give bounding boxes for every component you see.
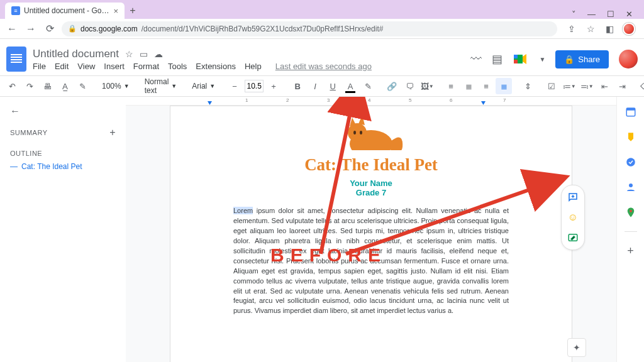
add-comment-button[interactable]: 🗨 [401,78,418,94]
insert-image-button[interactable]: 🖼▼ [419,78,435,94]
get-addons-button[interactable]: + [627,244,634,258]
close-window-icon[interactable]: ✕ [626,9,633,19]
new-tab-button[interactable]: + [125,3,141,19]
document-body-text[interactable]: Lorem ipsum dolor sit amet, consectetur … [233,206,509,316]
back-button[interactable]: ← [5,22,19,36]
svg-point-7 [360,131,362,134]
move-icon[interactable]: ▭ [140,49,148,59]
increase-indent-button[interactable]: ⇥ [614,78,630,94]
chevron-down-icon[interactable]: ˅ [572,9,576,19]
outline-panel: ← SUMMARY + OUTLINE — Cat: The Ideal Pet [0,97,126,362]
menu-edit[interactable]: Edit [55,62,69,71]
menu-insert[interactable]: Insert [104,62,125,71]
menu-extensions[interactable]: Extensions [196,62,236,71]
horizontal-ruler[interactable]: 1 2 3 4 5 6 7 [126,97,616,106]
left-indent-marker[interactable] [208,101,212,105]
redo-button[interactable]: ↷ [21,78,38,94]
close-tab-icon[interactable]: × [113,6,118,16]
right-indent-marker[interactable] [481,101,486,105]
document-heading[interactable]: Cat: The Ideal Pet [233,155,509,175]
cloud-icon[interactable]: ☁ [154,49,163,59]
docs-header: Untitled document ☆ ▭ ☁ File Edit View I… [0,39,644,75]
cat-image[interactable] [333,106,409,150]
menu-help[interactable]: Help [245,62,262,71]
comment-history-icon[interactable]: ▤ [492,52,502,66]
svg-marker-2 [350,118,356,126]
align-justify-button[interactable]: ≣ [496,78,512,94]
document-subtitle-1[interactable]: Your Name [233,178,509,188]
browser-tab[interactable]: ≡ Untitled document - Google Do × [5,3,125,19]
undo-button[interactable]: ↶ [4,78,20,94]
star-icon[interactable]: ☆ [125,49,133,59]
forward-button[interactable]: → [24,22,38,36]
extensions-icon[interactable]: ◧ [604,23,615,35]
menu-file[interactable]: File [33,62,46,71]
bookmark-icon[interactable]: ☆ [585,23,596,35]
decrease-font-button[interactable]: − [226,78,243,94]
menu-view[interactable]: View [77,62,95,71]
outline-item[interactable]: — Cat: The Ideal Pet [10,162,116,171]
document-canvas[interactable]: 1 2 3 4 5 6 7 [126,97,616,362]
align-center-button[interactable]: ≣ [460,78,477,94]
meet-icon[interactable] [513,52,529,66]
font-select[interactable]: Arial▼ [188,78,219,94]
line-spacing-button[interactable]: ⇕ [519,78,536,94]
style-select[interactable]: Normal text▼ [141,78,181,94]
insert-link-button[interactable]: 🔗 [384,78,400,94]
document-page[interactable]: Cat: The Ideal Pet Your Name Grade 7 Lor… [170,106,572,362]
add-summary-button[interactable]: + [109,127,116,138]
keep-icon[interactable] [625,131,637,143]
zoom-select[interactable]: 100%▼ [98,78,133,94]
bold-button[interactable]: B [289,78,306,94]
add-comment-pill[interactable] [565,189,581,206]
maps-icon[interactable] [625,206,637,219]
numbered-list-button[interactable]: ≕▼ [579,78,595,94]
address-bar: ← → ⟳ 🔒 docs.google.com/document/d/1VhVi… [0,19,644,39]
maximize-icon[interactable]: ☐ [607,9,614,19]
emoji-reaction-pill[interactable]: ☺ [565,209,581,226]
document-title[interactable]: Untitled document [33,48,119,60]
contacts-icon[interactable] [625,181,637,194]
reload-button[interactable]: ⟳ [43,22,57,36]
minimize-icon[interactable]: — [587,9,596,19]
trend-icon[interactable]: 〰 [470,53,482,66]
tasks-icon[interactable] [625,156,637,168]
decrease-indent-button[interactable]: ⇤ [596,78,613,94]
align-left-button[interactable]: ≡ [443,78,459,94]
clear-formatting-button[interactable]: ⌫ [638,78,644,94]
bullet-list-button[interactable]: ≔▼ [561,78,577,94]
last-edit-text[interactable]: Last edit was seconds ago [275,62,372,71]
menu-format[interactable]: Format [133,62,159,71]
browser-profile-avatar[interactable] [623,23,635,35]
calendar-icon[interactable] [625,106,637,118]
font-size-input[interactable] [245,80,264,92]
highlight-button[interactable]: ✎ [360,78,376,94]
menu-tools[interactable]: Tools [168,62,187,71]
share-url-icon[interactable]: ⇪ [566,23,577,35]
align-right-button[interactable]: ≡ [478,78,494,94]
italic-button[interactable]: I [307,78,323,94]
docs-logo[interactable] [6,47,26,72]
suggest-edits-pill[interactable] [565,229,581,246]
increase-font-button[interactable]: + [265,78,282,94]
account-avatar[interactable] [619,50,638,69]
paint-format-button[interactable]: ✎ [74,78,91,94]
print-button[interactable]: 🖶 [39,78,55,94]
underline-button[interactable]: U [325,78,341,94]
svg-point-14 [629,184,633,187]
text-color-button[interactable]: A [342,78,358,94]
lock-icon: 🔒 [68,25,77,33]
collapse-outline-icon[interactable]: ← [10,106,116,117]
svg-point-13 [626,158,635,167]
meet-dropdown-icon[interactable]: ▼ [539,56,545,63]
body-rest: ipsum dolor sit amet, consectetur adipis… [233,207,509,314]
share-button[interactable]: 🔒 Share [555,50,609,69]
document-subtitle-2[interactable]: Grade 7 [233,188,509,197]
url-input[interactable]: 🔒 docs.google.com/document/d/1VhViCBijRh… [62,21,557,36]
svg-rect-12 [626,108,635,111]
explore-button[interactable]: ✦ [567,338,586,357]
checklist-button[interactable]: ☑ [543,78,560,94]
selected-text: Lorem [233,207,253,214]
outline-bullet-icon: — [10,162,18,171]
spellcheck-button[interactable]: A̲ [57,78,73,94]
